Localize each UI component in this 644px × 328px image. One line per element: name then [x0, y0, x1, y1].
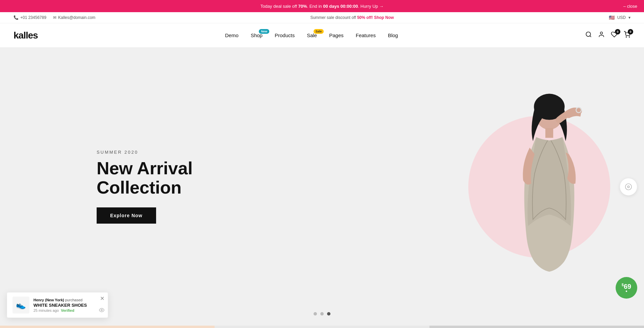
notification-meta: 25 minutes ago Verified: [33, 308, 102, 312]
account-icon[interactable]: [598, 31, 605, 40]
nav-item-sale[interactable]: Sale Sale: [307, 32, 317, 38]
summer-sale-text: Summer sale discount off 50% off! Shop N…: [95, 15, 609, 20]
nav-item-pages[interactable]: Pages: [329, 32, 344, 38]
eye-icon[interactable]: [99, 307, 104, 314]
contact-bar: 📞 +01 23456789 ✉ Kalles@domain.com Summe…: [0, 12, 644, 23]
verified-badge: Verified: [61, 308, 74, 312]
main-nav: Demo Shop New Products Sale Sale Pages F…: [225, 32, 398, 38]
hero-model-figure: [482, 48, 610, 326]
notification-info: Henry (New York) purchased WHITE SNEAKER…: [33, 298, 102, 312]
hero-content: SUMMER 2020 New Arrival Collection Explo…: [0, 150, 266, 224]
notification-close-button[interactable]: ✕: [100, 295, 104, 302]
email-icon: ✉: [53, 15, 56, 20]
logo[interactable]: kalles: [14, 30, 38, 41]
slider-dots: [314, 312, 330, 316]
buyer-name: Henry (New York) purchased: [33, 298, 102, 302]
nav-item-demo[interactable]: Demo: [225, 32, 239, 38]
slider-dot-2[interactable]: [320, 312, 324, 316]
svg-point-2: [600, 32, 603, 34]
explore-now-button[interactable]: Explore Now: [97, 207, 156, 224]
svg-point-10: [101, 309, 102, 311]
slider-dot-3[interactable]: [327, 312, 330, 316]
nav-item-features[interactable]: Features: [356, 32, 376, 38]
announcement-text: Today deal sale off 70%. End in 00 days …: [261, 4, 384, 9]
flag-icon: 🇺🇸: [609, 15, 615, 20]
cart-icon[interactable]: 0: [624, 31, 630, 40]
product-thumbnail: 👟: [13, 297, 29, 313]
header-icons: 0 0: [585, 31, 630, 40]
price-badge[interactable]: $69 ●: [616, 277, 637, 299]
phone-icon: 📞: [14, 15, 19, 20]
model-svg: [495, 89, 597, 285]
sale-badge: Sale: [314, 29, 324, 34]
hero-section: SUMMER 2020 New Arrival Collection Explo…: [0, 48, 644, 326]
cart-count: 0: [628, 29, 633, 34]
header: kalles Demo Shop New Products Sale Sale …: [0, 23, 644, 48]
chevron-down-icon: ▾: [628, 15, 630, 20]
wishlist-icon[interactable]: 0: [611, 31, 618, 40]
svg-line-1: [590, 36, 591, 37]
hero-subtitle: SUMMER 2020: [97, 150, 266, 155]
shop-badge-new: New: [259, 29, 269, 34]
nav-item-blog[interactable]: Blog: [388, 32, 398, 38]
svg-point-9: [627, 186, 629, 188]
currency-selector[interactable]: 🇺🇸 USD ▾: [609, 15, 630, 20]
nav-item-products[interactable]: Products: [275, 32, 295, 38]
svg-rect-7: [545, 128, 553, 138]
announcement-bar: Today deal sale off 70%. End in 00 days …: [0, 0, 644, 12]
wishlist-count: 0: [615, 29, 620, 34]
preview-item-1: [0, 326, 215, 328]
purchase-notification: 👟 Henry (New York) purchased WHITE SNEAK…: [7, 292, 108, 318]
floating-widget[interactable]: [620, 178, 637, 196]
svg-point-3: [626, 37, 627, 37]
shop-now-link[interactable]: Shop Now: [374, 15, 394, 20]
nav-item-shop[interactable]: Shop New: [251, 32, 263, 38]
notification-product-name: WHITE SNEAKER SHOES: [33, 303, 102, 308]
svg-point-4: [629, 37, 630, 37]
preview-item-3: [429, 326, 644, 328]
bottom-preview: [0, 326, 644, 328]
preview-item-2: [215, 326, 429, 328]
contact-left: 📞 +01 23456789 ✉ Kalles@domain.com: [14, 15, 95, 20]
hero-image-area: [290, 48, 644, 326]
hero-title: New Arrival Collection: [97, 159, 266, 197]
svg-point-0: [586, 32, 591, 36]
slider-dot-1[interactable]: [314, 312, 317, 316]
phone-text: 📞 +01 23456789: [14, 15, 46, 20]
announcement-close-button[interactable]: – close: [623, 4, 637, 9]
search-icon[interactable]: [585, 31, 592, 40]
email-text: ✉ Kalles@domain.com: [53, 15, 95, 20]
